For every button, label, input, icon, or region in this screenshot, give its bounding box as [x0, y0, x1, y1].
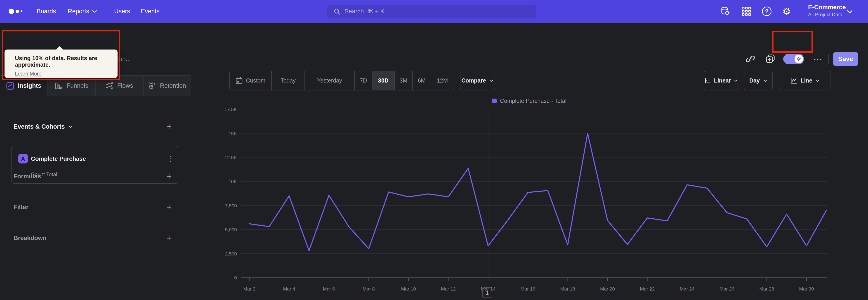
svg-text:Mar 10: Mar 10 — [401, 286, 416, 292]
tab-funnels[interactable]: Funnels — [48, 76, 96, 96]
nav-users[interactable]: Users — [114, 0, 130, 23]
svg-text:Mar 8: Mar 8 — [363, 286, 375, 292]
linear-axis-icon — [704, 77, 711, 85]
settings-gear-icon[interactable]: ⚙ — [780, 0, 794, 23]
range-today-label: Today — [281, 77, 296, 84]
sampling-toggle[interactable] — [783, 54, 804, 64]
range-30d-label: 30D — [378, 77, 389, 84]
scale-label: Linear — [714, 77, 731, 84]
top-nav: Boards Reports Users Events — [0, 0, 868, 23]
nav-events-label: Events — [141, 8, 160, 15]
add-filter-button[interactable]: + — [164, 202, 174, 212]
project-name: E-Commerce — [808, 4, 846, 11]
tooltip-arrow — [56, 46, 63, 50]
svg-text:Mar 12: Mar 12 — [441, 286, 456, 292]
nav-events[interactable]: Events — [141, 0, 160, 23]
nav-reports[interactable]: Reports — [68, 0, 97, 23]
events-cohorts-label: Events & Cohorts — [13, 123, 65, 130]
chart-type-label: Line — [801, 77, 812, 84]
svg-text:12.5K: 12.5K — [224, 155, 237, 160]
help-icon[interactable]: ? — [760, 0, 774, 23]
chart-legend[interactable]: Complete Purchase - Total — [492, 98, 566, 104]
add-breakdown-button[interactable]: + — [164, 233, 174, 243]
retention-icon — [148, 82, 156, 90]
tab-flows[interactable]: Flows — [96, 76, 144, 96]
svg-text:Mar 16: Mar 16 — [521, 286, 535, 292]
interval-dropdown[interactable]: Day — [744, 71, 773, 90]
tab-flows-label: Flows — [117, 82, 133, 89]
range-7d[interactable]: 7D — [355, 71, 373, 90]
svg-text:5,000: 5,000 — [225, 227, 237, 232]
calendar-icon — [236, 77, 243, 84]
chevron-down-icon — [68, 125, 72, 128]
range-3m[interactable]: 3M — [395, 71, 413, 90]
scale-dropdown[interactable]: Linear — [704, 71, 738, 90]
chevron-down-icon — [92, 10, 97, 13]
date-range-control: Custom Today Yesterday 7D 30D 3M 6M 12M — [229, 71, 454, 90]
range-today[interactable]: Today — [272, 71, 305, 90]
tab-retention[interactable]: Retention — [144, 76, 191, 96]
compare-dropdown[interactable]: Compare — [460, 71, 495, 90]
svg-text:Mar 30: Mar 30 — [799, 286, 814, 292]
range-30d[interactable]: 30D — [373, 71, 395, 90]
sampling-tooltip: Using 10% of data. Results are approxima… — [4, 50, 118, 78]
legend-swatch — [492, 98, 497, 103]
lightning-bolt-icon — [796, 56, 802, 62]
filter-label: Filter — [13, 204, 29, 211]
learn-more-link[interactable]: Learn More — [15, 71, 41, 77]
tab-insights[interactable]: Insights — [0, 76, 48, 96]
insights-icon — [6, 82, 14, 90]
svg-text:Mar 4: Mar 4 — [283, 286, 295, 292]
range-yesterday[interactable]: Yesterday — [305, 71, 355, 90]
range-12m[interactable]: 12M — [431, 71, 454, 90]
logo-dot — [21, 10, 22, 12]
save-button[interactable]: Save — [833, 52, 858, 66]
search-input[interactable] — [344, 8, 525, 15]
chart-type-dropdown[interactable]: Line — [779, 71, 831, 90]
logo-dot — [16, 10, 19, 13]
line-chart-icon — [790, 77, 798, 85]
apps-grid-icon[interactable] — [740, 0, 753, 23]
formulas-label: Formulas — [13, 173, 41, 180]
range-6m-label: 6M — [418, 77, 426, 84]
app-root: 02,5005,0007,50010K12.5K15K17.5KMar 2Mar… — [0, 0, 868, 300]
more-menu-button[interactable]: ⋯ — [813, 54, 822, 65]
project-chevron-down-icon[interactable] — [847, 10, 852, 13]
mixpanel-logo-icon[interactable] — [8, 0, 22, 23]
event-name: Complete Purchase — [31, 155, 86, 162]
nav-reports-label: Reports — [68, 8, 89, 15]
range-6m[interactable]: 6M — [413, 71, 431, 90]
search-icon — [334, 8, 340, 15]
chevron-down-icon — [763, 79, 767, 82]
search-bar[interactable] — [327, 5, 536, 18]
range-custom[interactable]: Custom — [230, 71, 272, 90]
svg-text:2,500: 2,500 — [225, 251, 237, 257]
add-formula-button[interactable]: + — [164, 171, 174, 181]
project-selector[interactable]: E-Commerce All Project Data — [808, 4, 846, 18]
svg-text:Mar 2: Mar 2 — [243, 286, 255, 292]
nav-users-label: Users — [114, 8, 130, 15]
divider — [828, 54, 829, 64]
kebab-menu-icon[interactable]: ⋮ — [167, 154, 174, 163]
svg-text:Mar 28: Mar 28 — [759, 286, 774, 292]
page-indicator[interactable]: 1 — [482, 287, 492, 298]
chevron-down-icon — [490, 79, 494, 82]
data-management-icon[interactable] — [718, 0, 732, 23]
range-custom-label: Custom — [246, 77, 266, 84]
chevron-down-icon — [734, 79, 738, 82]
add-to-board-icon[interactable] — [765, 54, 776, 64]
nav-boards[interactable]: Boards — [37, 0, 56, 23]
tab-insights-label: Insights — [18, 82, 41, 89]
svg-text:15K: 15K — [228, 131, 237, 136]
events-cohorts-header[interactable]: Events & Cohorts — [13, 123, 72, 130]
copy-link-icon[interactable] — [745, 54, 755, 64]
chevron-down-icon — [815, 79, 819, 82]
add-event-button[interactable]: + — [164, 122, 174, 131]
svg-text:Mar 20: Mar 20 — [600, 286, 615, 292]
svg-text:0: 0 — [234, 275, 237, 280]
svg-text:Mar 22: Mar 22 — [640, 286, 655, 292]
tooltip-text: Using 10% of data. Results are approxima… — [15, 55, 118, 68]
range-7d-label: 7D — [360, 77, 367, 84]
range-12m-label: 12M — [437, 77, 448, 84]
svg-text:Mar 18: Mar 18 — [560, 286, 575, 292]
